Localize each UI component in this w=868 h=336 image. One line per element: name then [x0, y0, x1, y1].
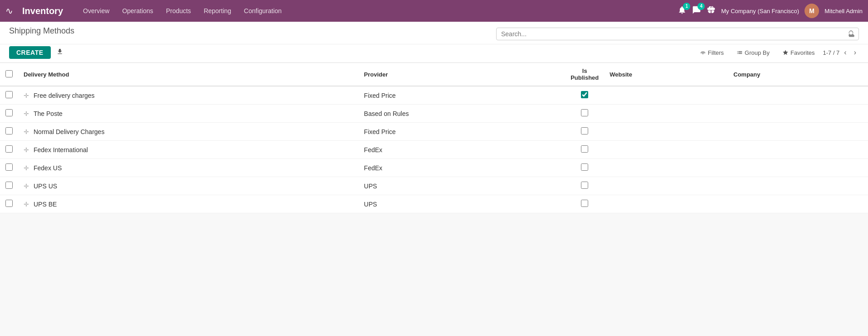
table-row[interactable]: ✛ UPS BE UPS: [0, 195, 868, 213]
filters-button[interactable]: Filters: [695, 48, 728, 58]
row-checkbox-cell[interactable]: [0, 195, 18, 213]
pagination-prev[interactable]: ‹: [841, 48, 849, 58]
pagination-next[interactable]: ›: [851, 48, 859, 58]
row-delivery[interactable]: ✛ Free delivery charges: [18, 86, 359, 105]
user-name[interactable]: Mitchell Admin: [824, 8, 863, 14]
row-delivery[interactable]: ✛ UPS BE: [18, 195, 359, 213]
col-header-provider[interactable]: Provider: [359, 63, 566, 86]
nav-operations[interactable]: Operations: [117, 5, 158, 17]
row-delivery[interactable]: ✛ UPS US: [18, 177, 359, 195]
search-input[interactable]: [496, 28, 859, 40]
drag-handle-icon[interactable]: ✛: [24, 201, 29, 208]
delivery-name: The Poste: [34, 110, 63, 117]
drag-handle-icon[interactable]: ✛: [24, 110, 29, 117]
alerts-button[interactable]: 1: [678, 5, 687, 17]
nav-products[interactable]: Products: [161, 5, 196, 17]
groupby-button[interactable]: Group By: [732, 48, 774, 58]
row-company: [728, 141, 868, 159]
published-checkbox[interactable]: [581, 127, 588, 134]
row-checkbox-cell[interactable]: [0, 141, 18, 159]
nav-overview[interactable]: Overview: [78, 5, 115, 17]
row-delivery[interactable]: ✛ Fedex US: [18, 159, 359, 177]
row-delivery[interactable]: ✛ The Poste: [18, 105, 359, 123]
nav-configuration[interactable]: Configuration: [239, 5, 287, 17]
row-company: [728, 123, 868, 141]
published-checkbox[interactable]: [581, 145, 588, 153]
row-provider: Based on Rules: [359, 105, 566, 123]
table-row[interactable]: ✛ UPS US UPS: [0, 177, 868, 195]
pagination: 1-7 / 7 ‹ ›: [823, 48, 859, 58]
row-checkbox[interactable]: [5, 91, 13, 98]
table-row[interactable]: ✛ Fedex US FedEx: [0, 159, 868, 177]
row-published[interactable]: [565, 105, 604, 123]
col-header-published[interactable]: Is Published: [565, 63, 604, 86]
nav-menu: Overview Operations Products Reporting C…: [78, 5, 670, 17]
published-checkbox[interactable]: [581, 109, 588, 116]
delivery-name: UPS BE: [34, 201, 57, 208]
row-delivery[interactable]: ✛ Fedex International: [18, 141, 359, 159]
favorites-label: Favorites: [790, 49, 814, 56]
row-provider: Fixed Price: [359, 123, 566, 141]
search-bar: [496, 28, 859, 40]
row-checkbox[interactable]: [5, 163, 13, 171]
row-provider: FedEx: [359, 141, 566, 159]
col-header-company[interactable]: Company: [728, 63, 868, 86]
row-published[interactable]: [565, 123, 604, 141]
drag-handle-icon[interactable]: ✛: [24, 92, 29, 99]
apps-grid-icon[interactable]: ∿: [5, 5, 13, 16]
row-checkbox-cell[interactable]: [0, 159, 18, 177]
drag-handle-icon[interactable]: ✛: [24, 146, 29, 154]
row-company: [728, 177, 868, 195]
row-checkbox[interactable]: [5, 182, 13, 189]
select-all-checkbox[interactable]: [5, 70, 13, 77]
favorites-button[interactable]: Favorites: [778, 48, 819, 58]
row-company: [728, 195, 868, 213]
row-checkbox-cell[interactable]: [0, 177, 18, 195]
row-checkbox[interactable]: [5, 145, 13, 153]
table-row[interactable]: ✛ The Poste Based on Rules: [0, 105, 868, 123]
row-published[interactable]: [565, 159, 604, 177]
published-checkbox[interactable]: [581, 200, 588, 207]
row-checkbox[interactable]: [5, 109, 13, 116]
col-header-delivery[interactable]: Delivery Method: [18, 63, 359, 86]
search-icon[interactable]: [848, 29, 855, 38]
published-checkbox[interactable]: [581, 182, 588, 189]
topnav-right: 1 4 My Company (San Francisco) M Mitchel…: [678, 4, 863, 18]
row-company: [728, 105, 868, 123]
row-provider: UPS: [359, 195, 566, 213]
row-company: [728, 86, 868, 105]
download-button[interactable]: [53, 46, 67, 59]
alerts-badge: 1: [683, 3, 690, 10]
table-row[interactable]: ✛ Normal Delivery Charges Fixed Price: [0, 123, 868, 141]
user-avatar[interactable]: M: [805, 4, 819, 18]
drag-handle-icon[interactable]: ✛: [24, 164, 29, 172]
delivery-name: Free delivery charges: [34, 92, 95, 99]
row-checkbox-cell[interactable]: [0, 86, 18, 105]
drag-handle-icon[interactable]: ✛: [24, 128, 29, 135]
row-published[interactable]: [565, 141, 604, 159]
published-checkbox[interactable]: [581, 91, 588, 98]
col-header-checkbox[interactable]: [0, 63, 18, 86]
toolbar-row: CREATE Filters Group By Favorites 1-7 / …: [0, 44, 868, 62]
action-left: CREATE: [9, 46, 67, 59]
row-website: [604, 195, 728, 213]
company-selector[interactable]: My Company (San Francisco): [721, 8, 799, 14]
create-button[interactable]: CREATE: [9, 46, 51, 59]
row-published[interactable]: [565, 86, 604, 105]
messages-button[interactable]: 4: [692, 5, 701, 17]
row-published[interactable]: [565, 195, 604, 213]
row-checkbox[interactable]: [5, 200, 13, 207]
row-checkbox-cell[interactable]: [0, 123, 18, 141]
table-row[interactable]: ✛ Fedex International FedEx: [0, 141, 868, 159]
row-delivery[interactable]: ✛ Normal Delivery Charges: [18, 123, 359, 141]
drag-handle-icon[interactable]: ✛: [24, 182, 29, 190]
groupby-label: Group By: [745, 49, 770, 56]
table-row[interactable]: ✛ Free delivery charges Fixed Price: [0, 86, 868, 105]
published-checkbox[interactable]: [581, 163, 588, 171]
col-header-website[interactable]: Website: [604, 63, 728, 86]
gift-icon[interactable]: [707, 5, 716, 17]
nav-reporting[interactable]: Reporting: [198, 5, 237, 17]
row-published[interactable]: [565, 177, 604, 195]
row-checkbox[interactable]: [5, 127, 13, 134]
row-checkbox-cell[interactable]: [0, 105, 18, 123]
